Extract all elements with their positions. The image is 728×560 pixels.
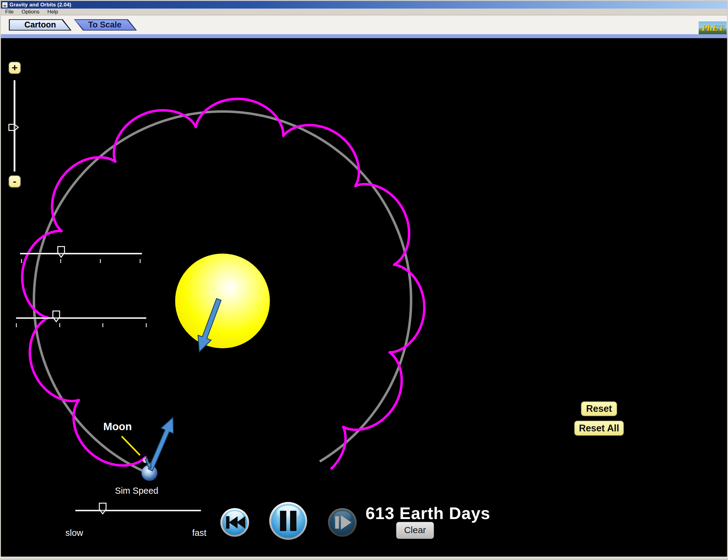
tab-cartoon-label: Cartoon [9,19,72,31]
rewind-icon [220,508,249,537]
rewind-button[interactable] [220,508,249,537]
zoom-in-button[interactable]: + [9,62,21,74]
pause-icon [269,502,307,540]
menu-file[interactable]: File [5,9,13,15]
sim-speed-fast-label: fast [184,528,215,538]
earth-gravity-arrow [148,417,173,471]
star-tick-4 [140,259,141,263]
sim-speed-thumb[interactable] [98,503,107,515]
star-slider-track[interactable] [20,253,142,255]
star-tick-1 [21,259,22,263]
window-frame [0,0,728,1]
window-frame [0,0,1,560]
sim-speed-slow-label: slow [59,528,90,538]
sim-speed-track[interactable] [75,510,201,511]
java-app-icon [2,2,8,8]
tab-to-scale[interactable]: To Scale [73,19,137,31]
tab-bar: Cartoon To Scale [1,15,727,34]
sun-body[interactable] [175,254,270,348]
menu-bar: File Options Help [1,9,727,15]
pause-button[interactable] [269,502,307,540]
planet-slider-thumb[interactable] [52,310,61,322]
earth-days-counter: 613 Earth Days [366,503,490,523]
planet-tick-4 [146,323,147,327]
tab-underline-strip [1,34,727,38]
zoom-slider-thumb[interactable] [8,123,19,131]
planet-tick-2 [59,323,60,327]
window-frame [0,557,728,560]
moon-callout-line [122,436,140,455]
step-icon [328,508,357,537]
menu-options[interactable]: Options [21,9,39,15]
sim-speed-label: Sim Speed [106,486,167,496]
app-window: Gravity and Orbits (2.04) _ □ ✕ File Opt… [0,0,728,560]
phet-logo: PhET [699,21,727,34]
coffee-cup-icon [2,2,7,7]
star-tick-2 [60,259,61,263]
scene [0,0,728,560]
step-button[interactable] [328,508,357,537]
window-title: Gravity and Orbits (2.04) [9,2,71,8]
reset-all-button[interactable]: Reset All [574,421,624,436]
planet-tick-1 [16,323,17,327]
clear-button[interactable]: Clear [396,522,434,539]
phet-logo-text: PhET [701,23,724,33]
menu-help[interactable]: Help [47,9,58,15]
star-slider-thumb[interactable] [57,246,65,258]
zoom-out-button[interactable]: - [9,175,21,188]
star-tick-3 [100,259,101,263]
moon-label: Moon [103,420,132,433]
title-bar: Gravity and Orbits (2.04) [1,1,727,9]
tab-to-scale-label: To Scale [73,19,137,31]
planet-slider-track[interactable] [16,317,146,319]
planet-tick-3 [102,323,103,327]
tab-cartoon[interactable]: Cartoon [9,19,72,31]
reset-button[interactable]: Reset [581,401,617,416]
